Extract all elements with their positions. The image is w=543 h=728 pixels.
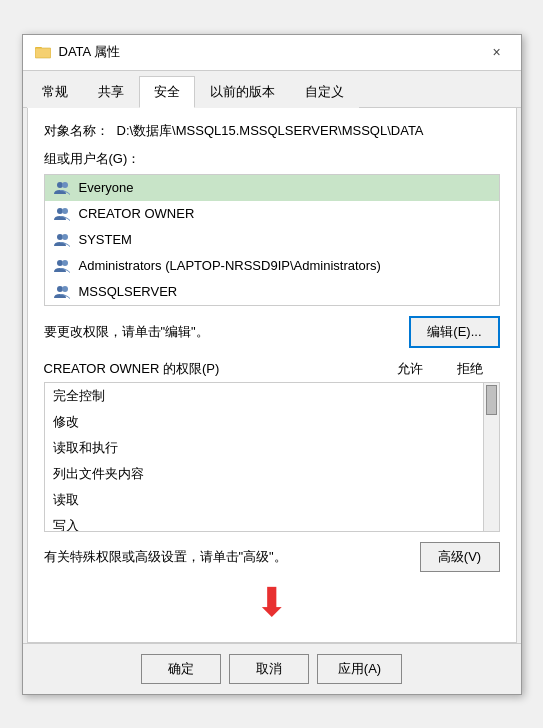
object-name-row: 对象名称： D:\数据库\MSSQL15.MSSQLSERVER\MSSQL\D…: [44, 122, 500, 140]
permissions-list-container: 完全控制 修改 读取和执行 列出文件夹内容: [44, 382, 500, 532]
permissions-header: CREATOR OWNER 的权限(P) 允许 拒绝: [44, 360, 500, 378]
svg-point-6: [62, 208, 68, 214]
user-icon-creator: [53, 205, 71, 223]
permissions-allow-col: 允许: [380, 360, 440, 378]
user-name-admins: Administrators (LAPTOP-NRSSD9IP\Administ…: [79, 258, 381, 273]
dialog-title: DATA 属性: [59, 43, 121, 61]
advanced-hint: 有关特殊权限或高级设置，请单击"高级"。: [44, 548, 420, 566]
user-icon-admins: [53, 257, 71, 275]
tab-general[interactable]: 常规: [27, 76, 83, 108]
user-icon-system: [53, 231, 71, 249]
folder-icon: [35, 44, 51, 60]
advanced-section: 有关特殊权限或高级设置，请单击"高级"。 高级(V): [44, 542, 500, 580]
tab-custom[interactable]: 自定义: [290, 76, 359, 108]
user-item-creator[interactable]: CREATOR OWNER: [45, 201, 499, 227]
perm-item-full: 完全控制: [45, 383, 499, 409]
user-item-admins[interactable]: Administrators (LAPTOP-NRSSD9IP\Administ…: [45, 253, 499, 279]
perm-item-modify: 修改: [45, 409, 499, 435]
tab-share[interactable]: 共享: [83, 76, 139, 108]
object-name-value: D:\数据库\MSSQL15.MSSQLSERVER\MSSQL\DATA: [117, 122, 500, 140]
user-item-system[interactable]: SYSTEM: [45, 227, 499, 253]
user-name-system: SYSTEM: [79, 232, 132, 247]
user-name-everyone: Everyone: [79, 180, 134, 195]
svg-point-10: [62, 260, 68, 266]
perm-item-readexec: 读取和执行: [45, 435, 499, 461]
perm-name-modify: 修改: [53, 413, 363, 431]
scrollbar-track[interactable]: [483, 383, 499, 531]
advanced-button[interactable]: 高级(V): [420, 542, 500, 572]
perm-name-full: 完全控制: [53, 387, 363, 405]
user-name-creator: CREATOR OWNER: [79, 206, 195, 221]
user-name-mssql: MSSQLSERVER: [79, 284, 178, 299]
apply-button[interactable]: 应用(A): [317, 654, 402, 684]
svg-point-4: [62, 182, 68, 188]
tab-bar: 常规 共享 安全 以前的版本 自定义: [23, 71, 521, 108]
scrollbar-thumb: [486, 385, 497, 415]
edit-row: 要更改权限，请单击"编辑"。 编辑(E)...: [44, 316, 500, 348]
close-button[interactable]: ×: [485, 40, 509, 64]
perm-name-listdir: 列出文件夹内容: [53, 465, 363, 483]
tab-content: 对象名称： D:\数据库\MSSQL15.MSSQLSERVER\MSSQL\D…: [27, 108, 517, 643]
perm-name-readexec: 读取和执行: [53, 439, 363, 457]
perm-item-read: 读取: [45, 487, 499, 513]
properties-dialog: DATA 属性 × 常规 共享 安全 以前的版本 自定义 对象名称： D:\数据…: [22, 34, 522, 695]
user-icon-everyone: [53, 179, 71, 197]
cancel-button[interactable]: 取消: [229, 654, 309, 684]
title-bar-left: DATA 属性: [35, 43, 121, 61]
svg-point-12: [62, 286, 68, 292]
user-icon-mssql: [53, 283, 71, 301]
object-name-label: 对象名称：: [44, 122, 109, 140]
perm-name-write: 写入: [53, 517, 363, 531]
perm-item-write: 写入: [45, 513, 499, 531]
edit-hint: 要更改权限，请单击"编辑"。: [44, 323, 209, 341]
dialog-footer: 确定 取消 应用(A): [23, 643, 521, 694]
permissions-deny-col: 拒绝: [440, 360, 500, 378]
tab-security[interactable]: 安全: [139, 76, 195, 108]
svg-rect-1: [35, 48, 51, 58]
user-list: Everyone CREATOR OWNER: [44, 174, 500, 306]
svg-point-8: [62, 234, 68, 240]
group-label: 组或用户名(G)：: [44, 150, 500, 168]
title-bar: DATA 属性 ×: [23, 35, 521, 71]
tab-previous[interactable]: 以前的版本: [195, 76, 290, 108]
permissions-title: CREATOR OWNER 的权限(P): [44, 360, 380, 378]
perm-name-read: 读取: [53, 491, 363, 509]
arrow-container: ⬇: [44, 582, 500, 622]
permissions-list[interactable]: 完全控制 修改 读取和执行 列出文件夹内容: [45, 383, 499, 531]
down-arrow-icon: ⬇: [255, 582, 289, 622]
perm-item-listdir: 列出文件夹内容: [45, 461, 499, 487]
edit-button[interactable]: 编辑(E)...: [409, 316, 499, 348]
user-item-mssql[interactable]: MSSQLSERVER: [45, 279, 499, 305]
ok-button[interactable]: 确定: [141, 654, 221, 684]
user-item-everyone[interactable]: Everyone: [45, 175, 499, 201]
